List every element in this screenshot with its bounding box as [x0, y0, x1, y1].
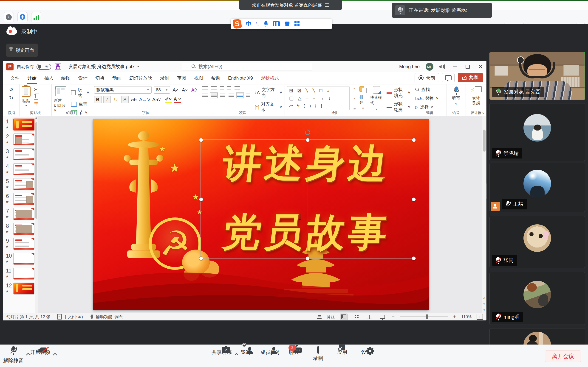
rotate-handle[interactable] — [304, 129, 311, 135]
toolbar-邀请[interactable]: 邀请 — [232, 347, 259, 356]
ime-language-mode[interactable]: 中 — [246, 20, 251, 27]
ribbon-tab-视图[interactable]: 视图 — [190, 72, 207, 84]
increase-indent-icon[interactable] — [227, 86, 231, 90]
slide-thumbnail-9[interactable]: 9★ — [3, 237, 38, 251]
grow-font-button[interactable]: A˄ — [172, 86, 179, 93]
resize-handle[interactable] — [412, 257, 416, 260]
ime-keyboard-icon[interactable] — [273, 21, 280, 26]
char-spacing-button[interactable]: A↔V — [139, 96, 150, 103]
ribbon-tab-开始[interactable]: 开始 — [23, 72, 40, 84]
feedback-icon[interactable] — [439, 65, 445, 69]
toolbar-设置[interactable]: 设置 — [353, 347, 380, 356]
slide-thumbnail-6[interactable]: 6★ — [3, 193, 38, 206]
columns-icon[interactable] — [246, 94, 250, 97]
shrink-font-button[interactable]: A˅ — [182, 86, 188, 93]
layout-button[interactable]: 版式 ˅ — [71, 87, 89, 99]
comments-button[interactable] — [442, 73, 455, 82]
slideshow-button[interactable] — [379, 314, 386, 320]
copy-icon[interactable] — [34, 94, 38, 100]
toolbar-caret-开启视频[interactable] — [53, 352, 57, 356]
slide-thumbnail-11[interactable]: 11★ — [3, 267, 38, 281]
reading-view-button[interactable] — [366, 314, 373, 320]
shapes-gallery[interactable]: ⊞ ⊠ ╲ ╲ □ ○ ▢ △ ⌐ ¬ → ↓ ▱ ϟ ( ) { } — [287, 86, 350, 110]
distribute-icon[interactable] — [237, 94, 243, 97]
reset-button[interactable]: 重置 — [71, 101, 87, 107]
shapes-gallery-scroll[interactable]: ˄˅≂ — [353, 86, 356, 111]
accessibility-status[interactable]: 辅助功能: 调查 — [96, 314, 123, 319]
slide-thumbnail-5[interactable]: 5★ — [3, 178, 38, 192]
autosave-toggle[interactable]: 自动保存 关 — [17, 64, 51, 70]
spellcheck-icon[interactable] — [57, 314, 62, 319]
align-left-icon[interactable] — [202, 94, 208, 97]
select-button[interactable]: ▷ 选择 ˅ — [415, 104, 433, 110]
slide-thumbnail-panel[interactable]: 1★2★3★4★5★6★7★8★9★10★11★12★ — [3, 116, 38, 313]
leave-meeting-button[interactable]: 离开会议 — [545, 350, 581, 362]
ribbon-tab-形状格式[interactable]: 形状格式 — [257, 72, 283, 84]
ppt-share-button[interactable]: 共享 — [458, 73, 483, 82]
slide-thumbnail-1[interactable]: 1★ — [3, 118, 38, 132]
slide-preview[interactable] — [13, 223, 35, 235]
slide-thumbnail-4[interactable]: 4★ — [3, 163, 38, 177]
align-center-icon[interactable] — [211, 94, 216, 97]
minimize-button[interactable] — [451, 63, 458, 70]
slide-preview[interactable] — [13, 268, 35, 280]
clear-format-button[interactable]: A◊ — [191, 86, 198, 93]
find-button[interactable]: 查找 — [415, 87, 430, 93]
resize-handle[interactable] — [199, 198, 203, 201]
toolbar-开启视频[interactable]: 开启视频 — [26, 347, 54, 356]
change-case-button[interactable]: Aa˅ — [152, 96, 161, 103]
network-quality-button[interactable] — [31, 12, 41, 22]
restore-button[interactable] — [464, 63, 471, 70]
resize-handle[interactable] — [306, 257, 310, 260]
arrange-button[interactable]: 排列˅ — [359, 86, 366, 110]
normal-view-button[interactable] — [340, 314, 348, 320]
canvas-scrollbar[interactable]: ˄ ˅ ▾ — [482, 116, 486, 313]
participant-tile-发展对象 孟宪磊[interactable]: 发展对象 孟宪磊 — [489, 52, 585, 100]
resize-handle[interactable] — [199, 257, 203, 260]
notes-label[interactable]: 备注 — [327, 314, 335, 319]
zoom-level[interactable]: 110% — [461, 315, 472, 319]
participant-tile-ming明[interactable]: ming明 — [489, 272, 585, 325]
account-avatar[interactable]: ML — [426, 63, 433, 71]
resize-handle[interactable] — [412, 138, 416, 142]
shadow-button[interactable]: S — [121, 96, 129, 103]
font-color-button[interactable]: A ˅ — [174, 96, 181, 103]
slide-preview[interactable] — [13, 148, 35, 160]
replace-button[interactable]: b⇄c 替换 ˅ — [415, 95, 439, 101]
ime-toolbar[interactable]: S 中 ’, — [231, 18, 332, 29]
slide-thumbnail-10[interactable]: 10★ — [3, 252, 38, 266]
notes-icon[interactable] — [317, 315, 321, 319]
resize-handle[interactable] — [306, 138, 310, 142]
numbering-icon[interactable] — [211, 86, 216, 90]
editing-canvas[interactable]: ★ ★ ★ ★ ☭ — [38, 116, 486, 313]
ribbon-tab-文件[interactable]: 文件 — [6, 72, 23, 84]
cut-icon[interactable]: ✂ — [34, 87, 38, 92]
slide-preview[interactable] — [13, 238, 35, 250]
accessibility-icon[interactable] — [90, 315, 94, 319]
document-title[interactable]: 发展对象汇报 身边党员故事.pptx — [68, 64, 140, 70]
close-button[interactable]: ✕ — [477, 63, 484, 70]
slide[interactable]: ★ ★ ★ ★ ☭ — [93, 119, 429, 310]
selection-box[interactable] — [200, 140, 414, 259]
zoom-slider[interactable] — [400, 317, 448, 317]
fit-to-window-button[interactable]: ⊹ — [477, 314, 483, 320]
slide-preview[interactable] — [13, 208, 35, 220]
decrease-indent-icon[interactable] — [220, 86, 224, 90]
align-right-icon[interactable] — [220, 94, 225, 97]
slide-preview[interactable] — [13, 253, 35, 265]
scroll-down-button[interactable]: ▾ — [482, 307, 486, 313]
bullets-icon[interactable] — [202, 86, 208, 90]
resize-handle[interactable] — [199, 138, 203, 142]
toolbar-录制[interactable]: 录制 — [304, 347, 332, 362]
ime-skin-icon[interactable] — [284, 22, 290, 26]
ribbon-tab-绘图[interactable]: 绘图 — [57, 72, 74, 84]
quick-styles-button[interactable]: 快速样式˅ — [370, 86, 383, 111]
text-direction-button[interactable]: ↓A 文字方向 ˅ — [255, 87, 282, 99]
toolbar-成员(50)[interactable]: 成员(50) — [256, 347, 284, 356]
ime-logo-icon[interactable]: S — [233, 19, 242, 29]
previous-slide-button[interactable]: ˄ — [482, 295, 486, 301]
save-icon[interactable] — [55, 64, 61, 70]
lock-screen-button[interactable]: 锁定画面 — [6, 44, 38, 57]
slide-sorter-view-button[interactable] — [353, 314, 361, 320]
meeting-security-button[interactable] — [17, 12, 27, 22]
